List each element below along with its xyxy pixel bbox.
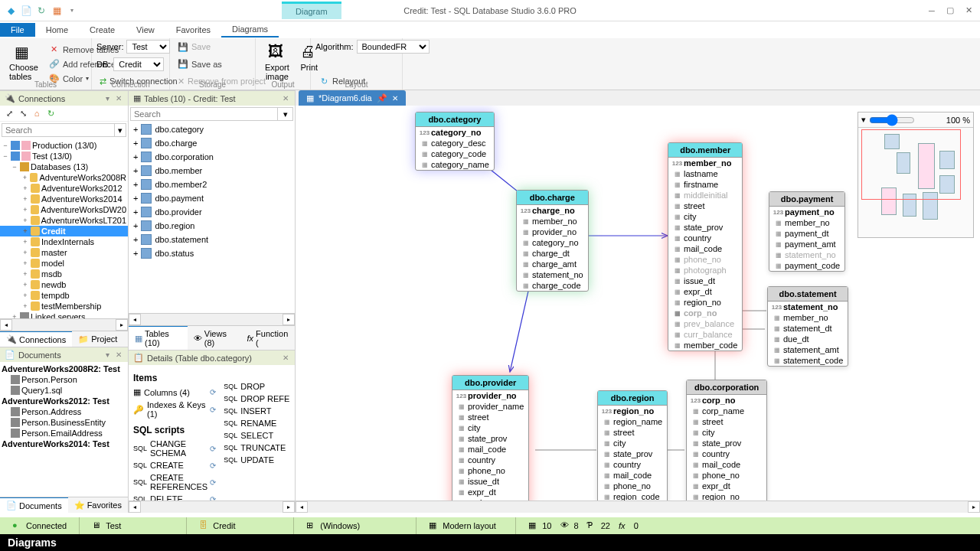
tab-home[interactable]: Home bbox=[35, 23, 79, 37]
tab-tables[interactable]: ▦Tables (10) bbox=[129, 326, 188, 350]
doc-tab-close-icon[interactable]: ✕ bbox=[392, 94, 398, 103]
table-column[interactable]: ▦expr_dt bbox=[687, 481, 766, 491]
conn-close-icon[interactable]: ✕ bbox=[114, 94, 123, 103]
context-tab-diagram[interactable]: Diagram bbox=[282, 2, 341, 19]
detail-change-schema[interactable]: SQLCHANGE SCHEMA⟳ bbox=[133, 438, 216, 459]
db-node[interactable]: +master bbox=[0, 247, 128, 258]
table-column[interactable]: ▦region_no bbox=[668, 297, 742, 308]
table-column[interactable]: ▦member_no bbox=[769, 217, 844, 228]
tab-create[interactable]: Create bbox=[79, 23, 126, 37]
table-column[interactable]: ▦provider_no bbox=[517, 227, 588, 237]
db-node[interactable]: +AdventureWorks2014 bbox=[0, 194, 128, 204]
table-column[interactable]: ▦city bbox=[668, 211, 742, 222]
diagram-table-payment[interactable]: dbo.payment123payment_no▦member_no▦payme… bbox=[769, 191, 845, 272]
tables-list[interactable]: +dbo.category+dbo.charge+dbo.corporation… bbox=[129, 122, 295, 313]
db-node[interactable]: +AdventureWorksLT201 bbox=[0, 215, 128, 226]
tab-favorites-bottom[interactable]: ⭐Favorites bbox=[68, 497, 128, 513]
db-node[interactable]: +testMembership bbox=[0, 301, 128, 311]
scroll-left-icon[interactable]: ◂ bbox=[0, 319, 12, 331]
tab-diagrams[interactable]: Diagrams bbox=[221, 22, 279, 37]
diagram-table-corporation[interactable]: dbo.corporation123corp_no▦corp_name▦stre… bbox=[686, 380, 767, 500]
detail-indexes[interactable]: 🔑Indexes & Keys (1)⟳ bbox=[133, 399, 216, 420]
db-node[interactable]: +newdb bbox=[0, 279, 128, 290]
table-column[interactable]: ▦member_no bbox=[768, 312, 848, 323]
detail-update[interactable]: SQLUPDATE bbox=[224, 454, 290, 466]
detail-delete[interactable]: SQLDELETE⟳ bbox=[133, 493, 216, 500]
table-column[interactable]: ▦issue_dt bbox=[452, 476, 528, 487]
qat-more-icon[interactable]: ▾ bbox=[66, 5, 78, 17]
tab-function[interactable]: fxFunction ( bbox=[241, 326, 296, 350]
table-column[interactable]: ▦member_code bbox=[668, 340, 742, 350]
table-column[interactable]: ▦region_code bbox=[598, 491, 667, 500]
table-column[interactable]: ▦region_name bbox=[598, 416, 667, 427]
conn-pin-icon[interactable]: ▾ bbox=[104, 94, 111, 103]
table-column[interactable]: ▦category_desc bbox=[416, 138, 494, 148]
conn-search-chevron-icon[interactable]: ▾ bbox=[115, 123, 126, 137]
detail-select[interactable]: SQLSELECT bbox=[224, 429, 290, 442]
det-close-icon[interactable]: ✕ bbox=[281, 354, 290, 362]
documents-tree[interactable]: AdventureWorks2008R2: Test Person.Person… bbox=[0, 362, 128, 497]
connections-tree[interactable]: −Production (13/0) −Test (13/0) −Databas… bbox=[0, 139, 128, 318]
table-column[interactable]: 123payment_no bbox=[769, 207, 844, 217]
diagram-table-statement[interactable]: dbo.statement123statement_no▦member_no▦s… bbox=[767, 286, 848, 367]
table-list-item[interactable]: +dbo.member bbox=[129, 164, 295, 178]
table-column[interactable]: ▦mail_code bbox=[687, 459, 766, 470]
doc-close-icon[interactable]: ✕ bbox=[114, 350, 123, 359]
table-list-item[interactable]: +dbo.provider bbox=[129, 205, 295, 219]
table-column[interactable]: ▦due_dt bbox=[768, 334, 848, 344]
table-column[interactable]: ▦charge_amt bbox=[517, 259, 588, 269]
table-list-item[interactable]: +dbo.charge bbox=[129, 136, 295, 150]
table-list-item[interactable]: +dbo.status bbox=[129, 246, 295, 260]
table-column[interactable]: ▦region_no bbox=[687, 491, 766, 500]
table-column[interactable]: ▦street bbox=[452, 412, 528, 422]
table-column[interactable]: ▦provider_name bbox=[452, 401, 528, 412]
minimap[interactable]: ▾100 % bbox=[858, 112, 974, 238]
table-column[interactable]: ▦state_prov bbox=[452, 433, 528, 444]
table-column[interactable]: ▦charge_dt bbox=[517, 248, 588, 259]
detail-insert[interactable]: SQLINSERT bbox=[224, 405, 290, 417]
detail-rename[interactable]: SQLRENAME bbox=[224, 417, 290, 429]
conn-search-input[interactable] bbox=[2, 123, 115, 137]
db-select[interactable]: Credit bbox=[113, 57, 164, 71]
table-column[interactable]: ▦statement_dt bbox=[768, 323, 848, 334]
table-header[interactable]: dbo.category bbox=[416, 112, 494, 127]
tables-search-chevron-icon[interactable]: ▾ bbox=[278, 107, 293, 121]
tab-view[interactable]: View bbox=[126, 23, 165, 37]
table-column[interactable]: 123corp_no bbox=[687, 395, 766, 406]
detail-create-ref[interactable]: SQLCREATE REFERENCES⟳ bbox=[133, 471, 216, 493]
detail-columns[interactable]: ▦Columns (4)⟳ bbox=[133, 386, 216, 399]
table-column[interactable]: ▦statement_code bbox=[768, 355, 848, 366]
tab-file[interactable]: File bbox=[0, 23, 35, 37]
table-column[interactable]: ▦region_no bbox=[452, 497, 528, 500]
table-header[interactable]: dbo.provider bbox=[452, 376, 528, 390]
table-column[interactable]: ▦phone_no bbox=[687, 470, 766, 481]
table-column[interactable]: ▦city bbox=[598, 438, 667, 448]
table-column[interactable]: ▦street bbox=[598, 427, 667, 438]
collapse-all-icon[interactable]: ⤡ bbox=[17, 107, 29, 119]
table-column[interactable]: 123member_no bbox=[668, 158, 742, 168]
table-column[interactable]: ▦street bbox=[687, 416, 766, 427]
sql-icon[interactable]: 📄 bbox=[20, 5, 32, 17]
color-icon[interactable]: ▦ bbox=[51, 5, 63, 17]
home-icon[interactable]: ⌂ bbox=[31, 107, 43, 119]
table-column[interactable]: ▦lastname bbox=[668, 168, 742, 179]
table-header[interactable]: dbo.statement bbox=[768, 287, 848, 302]
tab-connections[interactable]: 🔌Connections bbox=[0, 331, 72, 347]
table-column[interactable]: 123region_no bbox=[598, 406, 667, 416]
diagram-table-region[interactable]: dbo.region123region_no▦region_name▦stree… bbox=[597, 390, 668, 500]
table-column[interactable]: ▦charge_code bbox=[517, 280, 588, 291]
table-column[interactable]: ▦expr_dt bbox=[668, 286, 742, 297]
doc-tab-diagram[interactable]: ▦*Diagram6.dia📌✕ bbox=[299, 90, 406, 106]
table-column[interactable]: ▦street bbox=[668, 201, 742, 211]
table-column[interactable]: ▦firstname bbox=[668, 179, 742, 190]
table-list-item[interactable]: +dbo.statement bbox=[129, 233, 295, 246]
db-node[interactable]: +AdventureWorks2012 bbox=[0, 183, 128, 194]
tab-views[interactable]: 👁Views (8) bbox=[188, 326, 241, 350]
tab-project[interactable]: 📁Project bbox=[72, 331, 123, 347]
table-header[interactable]: dbo.region bbox=[598, 391, 667, 406]
scroll-right-icon[interactable]: ▸ bbox=[116, 319, 128, 331]
table-column[interactable]: ▦state_prov bbox=[668, 222, 742, 233]
table-list-item[interactable]: +dbo.member2 bbox=[129, 178, 295, 191]
detail-drop[interactable]: SQLDROP bbox=[224, 380, 290, 393]
expand-all-icon[interactable]: ⤢ bbox=[3, 107, 15, 119]
